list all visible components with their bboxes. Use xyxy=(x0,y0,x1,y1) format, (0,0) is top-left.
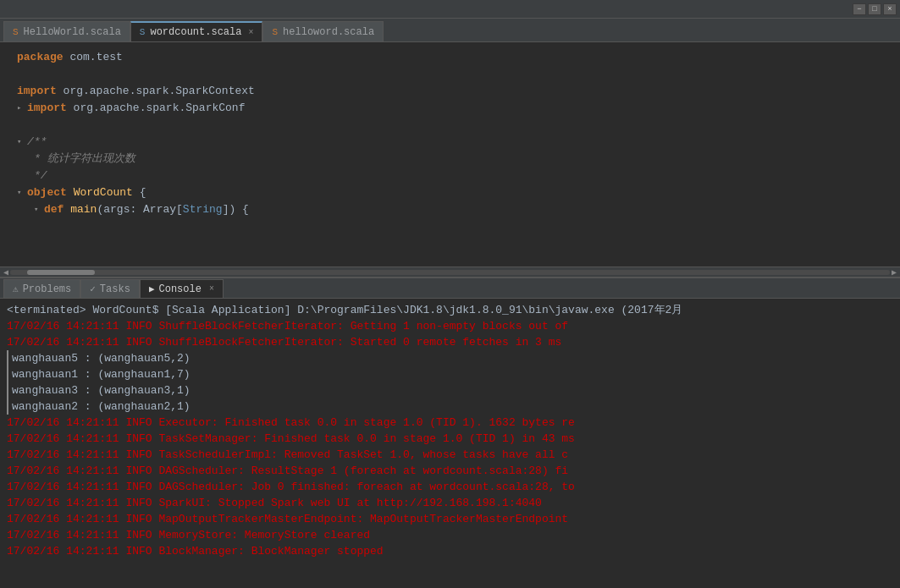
console-line-13: 17/02/16 14:21:11 INFO MemoryStore: Memo… xyxy=(7,527,893,543)
tab-close-icon[interactable]: × xyxy=(248,28,253,37)
console-line-10: 17/02/16 14:21:11 INFO DAGScheduler: Job… xyxy=(7,479,893,495)
object-name: WordCount xyxy=(74,184,133,201)
keyword-package: package xyxy=(17,49,63,66)
code-line-import2: ▸ import org.apache.spark. SparkConf xyxy=(0,100,900,117)
close-button[interactable]: × xyxy=(883,3,897,15)
scroll-left-arrow[interactable]: ◀ xyxy=(2,267,10,278)
keyword-object: object xyxy=(27,184,67,201)
panel-tab-console-label: Console xyxy=(159,283,202,295)
keyword-def: def xyxy=(44,201,63,218)
console-tab-close[interactable]: × xyxy=(209,284,214,294)
tab-label-3: helloword.scala xyxy=(283,26,374,38)
tab-hello-world[interactable]: S HelloWorld.scala xyxy=(3,21,130,41)
scrollbar-track xyxy=(10,270,890,275)
panel-tab-problems[interactable]: ⚠ Problems xyxy=(3,279,80,298)
editor-tab-bar: S HelloWorld.scala S wordcount.scala × S… xyxy=(0,19,900,42)
code-line-object: ▾ object WordCount { xyxy=(0,184,900,201)
scala-icon: S xyxy=(13,27,19,37)
console-terminated-line: <terminated> WordCount$ [Scala Applicati… xyxy=(7,302,893,318)
panel-tab-tasks[interactable]: ✓ Tasks xyxy=(80,279,140,298)
tab-wordcount[interactable]: S wordcount.scala × xyxy=(130,21,263,41)
scala-icon-3: S xyxy=(272,27,278,37)
console-line-11: 17/02/16 14:21:11 INFO SparkUI: Stopped … xyxy=(7,495,893,511)
tab-label-2: wordcount.scala xyxy=(150,26,241,38)
wanghauan-block: wanghauan5 : (wanghauan5,2) wanghauan1 :… xyxy=(7,350,893,415)
panel-tab-tasks-label: Tasks xyxy=(100,283,130,295)
keyword-import2: import xyxy=(27,100,67,117)
minimize-button[interactable]: − xyxy=(853,3,866,15)
fold-arrow-1[interactable]: ▸ xyxy=(17,100,27,117)
editor-area: package com.test import org.apache.spark… xyxy=(0,42,900,267)
window-controls[interactable]: − □ × xyxy=(853,3,897,15)
console-icon: ▶ xyxy=(149,283,155,294)
keyword-import1: import xyxy=(17,83,57,100)
console-line-8: 17/02/16 14:21:11 INFO TaskSchedulerImpl… xyxy=(7,447,893,463)
panel-tab-console[interactable]: ▶ Console × xyxy=(140,279,224,298)
console-line-2: wanghauan5 : (wanghauan5,2) xyxy=(12,350,893,366)
console-area: <terminated> WordCount$ [Scala Applicati… xyxy=(0,299,900,588)
code-line-comment-body: * 统计字符出现次数 xyxy=(0,151,900,168)
code-line-comment-close: */ xyxy=(0,168,900,184)
panel-tab-bar: ⚠ Problems ✓ Tasks ▶ Console × xyxy=(0,277,900,299)
editor-scrollbar[interactable]: ◀ ▶ xyxy=(0,267,900,277)
scrollbar-thumb[interactable] xyxy=(27,270,95,275)
tab-helloword[interactable]: S helloword.scala xyxy=(262,21,384,41)
fold-arrow-3[interactable]: ▾ xyxy=(17,184,27,201)
fold-arrow-2[interactable]: ▾ xyxy=(17,134,27,151)
problems-icon: ⚠ xyxy=(13,283,19,294)
comment-open: /** xyxy=(27,134,47,151)
console-line-4: wanghauan3 : (wanghauan3,1) xyxy=(12,382,893,398)
method-name: main xyxy=(70,201,97,218)
maximize-button[interactable]: □ xyxy=(868,3,881,15)
comment-body: * 统计字符出现次数 xyxy=(34,151,135,168)
blank-line-2 xyxy=(0,117,900,134)
scroll-right-arrow[interactable]: ▶ xyxy=(890,267,898,278)
code-line-import1: import org.apache.spark. SparkContext xyxy=(0,83,900,100)
console-line-3: wanghauan1 : (wanghauan1,7) xyxy=(12,366,893,382)
tasks-icon: ✓ xyxy=(90,283,96,294)
code-line-comment-open: ▾ /** xyxy=(0,134,900,151)
package-name: com.test xyxy=(69,49,122,66)
console-line-1: 17/02/16 14:21:11 INFO ShuffleBlockFetch… xyxy=(7,334,893,350)
console-line-12: 17/02/16 14:21:11 INFO MapOutputTrackerM… xyxy=(7,511,893,527)
title-bar: − □ × xyxy=(0,0,900,19)
console-line-5: wanghauan2 : (wanghauan2,1) xyxy=(12,398,893,415)
panel-tab-problems-label: Problems xyxy=(23,283,72,295)
type-string: String xyxy=(183,201,223,218)
fold-arrow-4[interactable]: ▾ xyxy=(34,201,44,218)
console-line-9: 17/02/16 14:21:11 INFO DAGScheduler: Res… xyxy=(7,463,893,479)
code-line-1: package com.test xyxy=(0,49,900,66)
comment-close: */ xyxy=(34,168,47,184)
console-line-0: 17/02/16 14:21:11 INFO ShuffleBlockFetch… xyxy=(7,318,893,334)
tab-label: HelloWorld.scala xyxy=(24,26,121,38)
scala-icon-2: S xyxy=(140,27,146,37)
console-line-6: 17/02/16 14:21:11 INFO Executor: Finishe… xyxy=(7,415,893,431)
console-line-7: 17/02/16 14:21:11 INFO TaskSetManager: F… xyxy=(7,431,893,447)
code-line-def: ▾ def main (args: Array[ String ]) { xyxy=(0,201,900,218)
blank-line-1 xyxy=(0,66,900,83)
console-line-14: 17/02/16 14:21:11 INFO BlockManager: Blo… xyxy=(7,543,893,559)
